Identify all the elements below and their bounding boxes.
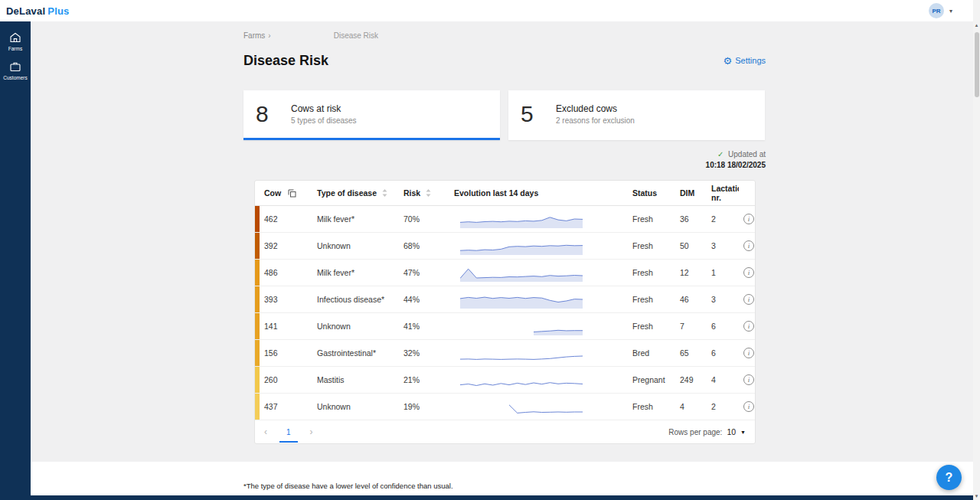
summary-cards: 8 Cows at risk 5 types of diseases 5 Exc… bbox=[243, 90, 766, 140]
evolution-sparkline bbox=[449, 289, 628, 309]
card-subtitle: 2 reasons for exclusion bbox=[556, 116, 635, 125]
dim-value: 50 bbox=[675, 241, 707, 250]
lactation-value: 2 bbox=[707, 214, 739, 224]
caret-down-icon: ▼ bbox=[740, 430, 746, 435]
status-value: Fresh bbox=[628, 241, 675, 250]
breadcrumb-farms[interactable]: Farms bbox=[243, 31, 265, 40]
status-value: Fresh bbox=[628, 322, 675, 331]
bottom-strip bbox=[31, 495, 980, 500]
cow-id: 462 bbox=[260, 214, 312, 224]
avatar[interactable]: PR bbox=[929, 3, 944, 18]
table-row[interactable]: 392 Unknown 68% Fresh 50 3 i bbox=[255, 233, 755, 260]
settings-button[interactable]: ⚙ Settings bbox=[724, 56, 766, 66]
col-risk[interactable]: Risk bbox=[403, 188, 420, 198]
sidebar-item-label: Customers bbox=[3, 75, 27, 80]
cow-id: 437 bbox=[260, 402, 312, 411]
card-value: 5 bbox=[521, 101, 547, 127]
card-title: Excluded cows bbox=[556, 103, 635, 114]
table-row[interactable]: 393 Infectious disease* 44% Fresh 46 3 i bbox=[255, 286, 755, 313]
table-row[interactable]: 437 Unknown 19% Fresh 4 2 i bbox=[255, 394, 755, 420]
col-status: Status bbox=[632, 188, 657, 198]
check-icon: ✓ bbox=[717, 150, 724, 158]
sort-icon[interactable] bbox=[426, 189, 431, 197]
info-icon[interactable]: i bbox=[743, 294, 754, 305]
rows-per-page-label: Rows per page: bbox=[668, 428, 722, 436]
rows-per-page-value: 10 bbox=[727, 427, 736, 436]
lactation-value: 4 bbox=[707, 375, 739, 384]
main-area: Farms › Disease Risk Disease Risk ⚙ Sett… bbox=[31, 21, 980, 500]
updated-label: Updated at bbox=[728, 150, 766, 158]
col-lactation: Lactation nr. bbox=[711, 184, 739, 202]
scrollbar[interactable]: ▲ ▼ bbox=[973, 0, 980, 500]
table-row[interactable]: 486 Milk fever* 47% Fresh 12 1 i bbox=[255, 260, 755, 286]
risk-value: 70% bbox=[399, 214, 449, 224]
page-title: Disease Risk bbox=[243, 53, 328, 69]
sidebar-item-farms[interactable]: Farms bbox=[0, 28, 31, 57]
table-row[interactable]: 462 Milk fever* 70% Fresh 36 2 i bbox=[255, 206, 755, 233]
sidebar-item-customers[interactable]: Customers bbox=[0, 57, 31, 86]
risk-value: 44% bbox=[399, 295, 449, 304]
farms-icon bbox=[9, 32, 21, 44]
evolution-sparkline bbox=[449, 209, 628, 229]
card-title: Cows at risk bbox=[291, 103, 357, 114]
scroll-down-icon[interactable]: ▼ bbox=[973, 494, 980, 498]
customers-icon bbox=[9, 61, 21, 73]
page-number[interactable]: 1 bbox=[279, 424, 298, 440]
info-icon[interactable]: i bbox=[743, 401, 754, 412]
user-menu[interactable]: PR ▾ bbox=[929, 3, 952, 18]
table-row[interactable]: 156 Gastrointestinal* 32% Bred 65 6 i bbox=[255, 340, 755, 367]
brand-secondary: Plus bbox=[47, 5, 69, 17]
info-icon[interactable]: i bbox=[743, 321, 754, 332]
card-value: 8 bbox=[256, 101, 282, 127]
scrollbar-thumb[interactable] bbox=[975, 32, 979, 97]
info-icon[interactable]: i bbox=[743, 240, 754, 251]
col-evolution: Evolution last 14 days bbox=[454, 188, 538, 198]
dim-value: 7 bbox=[675, 322, 707, 331]
chevron-down-icon[interactable]: ▾ bbox=[949, 8, 952, 15]
copy-icon[interactable] bbox=[288, 189, 296, 198]
brand-logo[interactable]: DeLavalPlus bbox=[6, 5, 70, 17]
risk-table: Cow Type of disease bbox=[254, 180, 756, 444]
sidebar: Farms Customers bbox=[0, 21, 31, 500]
table-row[interactable]: 141 Unknown 41% Fresh 7 6 i bbox=[255, 313, 755, 340]
dim-value: 4 bbox=[675, 402, 707, 411]
footnote-band: *The type of disease have a lower level … bbox=[31, 462, 980, 495]
evolution-sparkline bbox=[449, 370, 628, 390]
dim-value: 46 bbox=[675, 295, 707, 304]
top-bar: DeLavalPlus PR ▾ bbox=[0, 0, 980, 21]
status-value: Bred bbox=[628, 348, 675, 358]
status-value: Fresh bbox=[628, 214, 675, 224]
lactation-value: 2 bbox=[707, 402, 739, 411]
lactation-value: 6 bbox=[707, 348, 739, 358]
cow-id: 486 bbox=[260, 268, 312, 277]
gear-icon: ⚙ bbox=[724, 56, 733, 66]
prev-page-icon[interactable]: ‹ bbox=[261, 426, 270, 437]
help-button[interactable]: ? bbox=[936, 465, 962, 490]
next-page-icon[interactable]: › bbox=[307, 426, 316, 437]
table-row[interactable]: 260 Mastitis 21% Pregnant 249 4 i bbox=[255, 367, 755, 394]
sort-icon[interactable] bbox=[382, 189, 387, 197]
settings-label: Settings bbox=[735, 56, 766, 65]
evolution-sparkline bbox=[449, 316, 628, 336]
info-icon[interactable]: i bbox=[743, 348, 754, 358]
info-icon[interactable]: i bbox=[743, 214, 754, 224]
evolution-sparkline bbox=[449, 397, 628, 417]
card-subtitle: 5 types of diseases bbox=[291, 116, 357, 125]
evolution-sparkline bbox=[449, 343, 628, 363]
scroll-up-icon[interactable]: ▲ bbox=[973, 23, 980, 28]
disease-type: Unknown bbox=[312, 241, 399, 250]
chevron-right-icon: › bbox=[268, 31, 270, 40]
cow-id: 141 bbox=[260, 322, 312, 331]
col-disease[interactable]: Type of disease bbox=[317, 188, 377, 198]
pagination: ‹ 1 › Rows per page: 10 ▼ bbox=[255, 420, 755, 443]
status-value: Pregnant bbox=[628, 375, 675, 384]
status-value: Fresh bbox=[628, 268, 675, 277]
info-icon[interactable]: i bbox=[743, 374, 754, 385]
card-excluded-cows[interactable]: 5 Excluded cows 2 reasons for exclusion bbox=[508, 90, 765, 140]
info-icon[interactable]: i bbox=[743, 267, 754, 278]
rows-per-page[interactable]: Rows per page: 10 ▼ bbox=[668, 427, 746, 436]
disease-type: Unknown bbox=[312, 322, 399, 331]
cow-id: 156 bbox=[260, 348, 312, 358]
disease-type: Unknown bbox=[312, 402, 399, 411]
card-cows-at-risk[interactable]: 8 Cows at risk 5 types of diseases bbox=[243, 90, 500, 140]
